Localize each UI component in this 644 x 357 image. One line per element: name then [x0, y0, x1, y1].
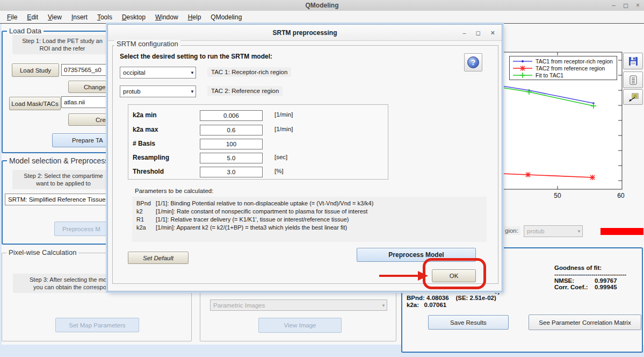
window-title: QModeling	[306, 2, 339, 9]
params-box: BPnd[1/1]: Binding Potential relative to…	[132, 197, 487, 242]
load-data-title: Load Data	[7, 27, 44, 35]
see-correlation-matrix-button[interactable]: See Parameter Correlation Matrix	[529, 315, 641, 330]
parametric-images-combo: Parametric Images ▼	[210, 299, 387, 311]
resampling-unit: [sec]	[274, 154, 287, 160]
menu-file[interactable]: File	[2, 12, 22, 23]
maximize-icon[interactable]: ◻	[623, 2, 628, 9]
menu-tools[interactable]: Tools	[92, 12, 117, 23]
dialog-maximize-icon[interactable]: ◻	[476, 30, 481, 37]
goodness-of-fit: Goodness of fit: -----------------------…	[554, 265, 626, 290]
k2a-result: k2a: 0.07061	[407, 302, 446, 308]
plot-legend: TAC1 from receptor-rich region TAC2 from…	[509, 56, 617, 80]
red-highlight-bar	[600, 228, 643, 235]
save-results-button[interactable]: Save Results	[428, 315, 509, 330]
tac1-label: TAC 1: Receptor-rich region	[207, 67, 291, 77]
x-tick-50: 50	[554, 192, 561, 199]
tac1-region-combo[interactable]: occipital▼	[120, 67, 196, 78]
params-title: Parameters to be calculated:	[135, 188, 213, 194]
pixelwise-title: Pixel-wise Calculation	[6, 248, 78, 256]
chevron-down-icon: ▼	[577, 229, 581, 234]
resampling-field[interactable]	[200, 153, 263, 163]
preprocess-model-button-main: Preprocess M	[54, 222, 114, 236]
menu-edit[interactable]: Edit	[22, 12, 43, 23]
report-button[interactable]	[623, 72, 643, 88]
reference-region-label: gion:	[503, 226, 520, 235]
k2a-max-label: k2a max	[133, 126, 158, 133]
dialog-instruction: Select the desired setting to run the SR…	[120, 53, 272, 60]
menu-insert[interactable]: Insert	[67, 12, 92, 23]
save-figure-button[interactable]	[623, 53, 643, 69]
legend-item-tac2: TAC2 from reference region	[510, 65, 617, 72]
close-icon[interactable]: ×	[636, 2, 640, 9]
bpnd-result: BPnd: 4.08036 (SE: 2.51e-02)	[407, 295, 496, 301]
settings-box: k2a min [1/min] k2a max [1/min] # Basis …	[128, 104, 388, 180]
load-mask-tacs-button[interactable]: Load Mask/TACs	[9, 97, 61, 110]
tac2-label: TAC 2: Reference region	[207, 86, 283, 96]
step1-text: Step 1: Load the PET study an ROI and th…	[12, 35, 112, 54]
legend-item-fit: Fit to TAC1	[510, 72, 617, 78]
legend-item-tac1: TAC1 from receptor-rich region	[510, 58, 617, 65]
title-bar: QModeling – ◻ ×	[0, 0, 644, 11]
dialog-close-icon[interactable]: ✕	[490, 30, 495, 37]
load-study-button[interactable]: Load Study	[12, 63, 59, 77]
threshold-label: Threshold	[133, 168, 164, 175]
set-default-button[interactable]: Set Default	[128, 252, 189, 264]
menu-window[interactable]: Window	[150, 12, 183, 23]
chevron-down-icon: ▼	[190, 70, 194, 75]
basis-label: # Basis	[133, 140, 155, 147]
report-icon	[629, 75, 638, 85]
menu-view[interactable]: View	[43, 12, 67, 23]
k2a-min-label: k2a min	[133, 111, 157, 119]
k2a-min-unit: [1/min]	[274, 111, 293, 118]
model-selection-title: Model selection & Preprocess	[7, 156, 111, 165]
srtm-preprocessing-dialog: SRTM preprocessing – ◻ ✕ SRTM configurat…	[107, 24, 502, 291]
menu-help[interactable]: Help	[183, 12, 206, 23]
resampling-label: Resampling	[133, 154, 169, 161]
tac2-region-combo[interactable]: protub▼	[120, 85, 196, 97]
k2a-max-unit: [1/min]	[274, 126, 293, 132]
help-button[interactable]: ?	[464, 53, 482, 72]
menu-qmodeling[interactable]: QModeling	[206, 12, 247, 23]
threshold-unit: [%]	[274, 168, 284, 174]
threshold-field[interactable]	[200, 167, 263, 177]
corr-coef-value: 0.99945	[595, 284, 617, 290]
red-arrow-icon	[376, 266, 432, 285]
basis-field[interactable]	[200, 139, 263, 149]
dialog-title: SRTM preprocessing	[272, 29, 337, 37]
menu-desktop[interactable]: Desktop	[117, 12, 150, 23]
dialog-title-bar: SRTM preprocessing – ◻ ✕	[108, 25, 502, 41]
help-icon: ?	[467, 56, 479, 68]
gof-title: Goodness of fit:	[554, 265, 626, 271]
k2a-max-field[interactable]	[200, 125, 263, 135]
chevron-down-icon: ▼	[190, 89, 194, 94]
nmse-value: 0.99767	[595, 277, 617, 284]
gof-divider: -----------------------------------	[554, 271, 626, 277]
view-image-button: View Image	[258, 318, 342, 333]
reference-region-combo: protub ▼	[524, 225, 583, 237]
minimize-icon[interactable]: –	[612, 2, 616, 9]
chevron-down-icon: ▼	[381, 303, 386, 308]
qmodeling-window: QModeling – ◻ × File Edit View Insert To…	[0, 0, 644, 357]
corr-coef-label: Corr. Coef.:	[554, 284, 595, 290]
k2a-min-field[interactable]	[200, 110, 263, 121]
step2-text: Step 2: Select the compartime want to be…	[12, 170, 114, 189]
x-tick-60: 60	[617, 192, 625, 199]
srtm-configuration-title: SRTM configuration	[114, 40, 180, 48]
menu-bar: File Edit View Insert Tools Desktop Wind…	[0, 11, 644, 24]
insert-legend-button[interactable]	[623, 89, 643, 105]
set-map-parameters-button: Set Map Parameters	[55, 318, 139, 332]
dialog-minimize-icon[interactable]: –	[463, 30, 466, 36]
insert-legend-icon	[628, 92, 639, 102]
nmse-label: NMSE:	[554, 277, 595, 284]
save-icon	[628, 56, 638, 66]
